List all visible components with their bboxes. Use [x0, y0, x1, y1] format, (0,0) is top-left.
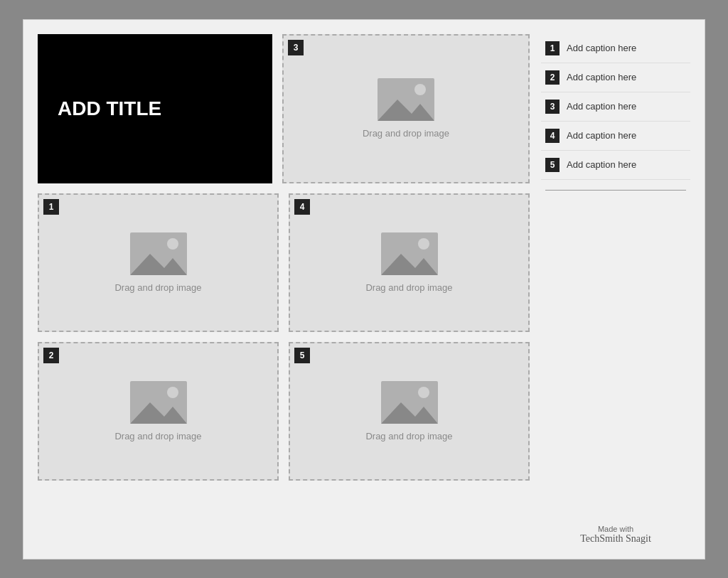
caption-text-1[interactable]: Add caption here: [567, 43, 636, 53]
caption-text-2[interactable]: Add caption here: [567, 72, 636, 82]
bot-row: 2 Drag and drop image 5 Drag and drop im…: [38, 342, 530, 481]
drag-text-5: Drag and drop image: [365, 431, 452, 441]
sidebar-divider: [545, 190, 686, 191]
badge-4: 4: [294, 199, 310, 215]
caption-item-3[interactable]: 3 Add caption here: [541, 92, 690, 122]
image-icon-2: [130, 381, 187, 424]
title-box[interactable]: ADD TITLE: [38, 34, 272, 183]
caption-badge-5: 5: [545, 158, 560, 172]
caption-badge-1: 1: [545, 41, 560, 55]
badge-3: 3: [288, 40, 304, 55]
caption-item-4[interactable]: 4 Add caption here: [541, 122, 690, 151]
image-icon-3: [378, 78, 434, 121]
caption-badge-4: 4: [545, 129, 560, 143]
caption-badge-3: 3: [545, 100, 560, 114]
top-row: ADD TITLE 3 Drag and drop image: [38, 34, 530, 183]
main-area: ADD TITLE 3 Drag and drop image 1: [38, 34, 530, 545]
caption-text-5[interactable]: Add caption here: [567, 159, 636, 170]
caption-item-5[interactable]: 5 Add caption here: [541, 151, 690, 180]
image-box-5[interactable]: 5 Drag and drop image: [289, 342, 530, 481]
svg-point-8: [418, 238, 429, 250]
badge-5: 5: [294, 348, 310, 363]
title-text: ADD TITLE: [58, 97, 161, 120]
drag-text-3: Drag and drop image: [363, 128, 449, 139]
mid-row: 1 Drag and drop image 4 Drag and drop im…: [38, 193, 530, 332]
image-icon-5: [381, 381, 438, 424]
drag-text-4: Drag and drop image: [365, 282, 452, 293]
drag-text-1: Drag and drop image: [114, 282, 201, 293]
image-box-3[interactable]: 3 Drag and drop image: [282, 34, 530, 183]
svg-point-14: [418, 387, 429, 398]
svg-point-5: [167, 238, 178, 250]
image-box-4[interactable]: 4 Drag and drop image: [289, 193, 530, 332]
caption-item-2[interactable]: 2 Add caption here: [541, 63, 690, 92]
made-with-brand: TechSmith Snagit: [541, 533, 690, 545]
svg-point-2: [414, 84, 426, 95]
sidebar: 1 Add caption here 2 Add caption here 3 …: [541, 34, 690, 545]
caption-item-1[interactable]: 1 Add caption here: [541, 34, 690, 63]
image-icon-4: [381, 232, 438, 275]
made-with: Made with TechSmith Snagit: [541, 518, 690, 545]
page: ADD TITLE 3 Drag and drop image 1: [23, 19, 705, 560]
badge-2: 2: [43, 348, 59, 363]
badge-1: 1: [43, 199, 59, 215]
drag-text-2: Drag and drop image: [114, 431, 201, 441]
made-with-label: Made with: [541, 525, 690, 533]
caption-text-4[interactable]: Add caption here: [567, 130, 636, 141]
caption-text-3[interactable]: Add caption here: [567, 101, 636, 112]
image-icon-1: [130, 232, 187, 275]
svg-point-11: [167, 387, 178, 398]
image-box-1[interactable]: 1 Drag and drop image: [38, 193, 279, 332]
caption-badge-2: 2: [545, 70, 560, 85]
image-box-2[interactable]: 2 Drag and drop image: [38, 342, 279, 481]
